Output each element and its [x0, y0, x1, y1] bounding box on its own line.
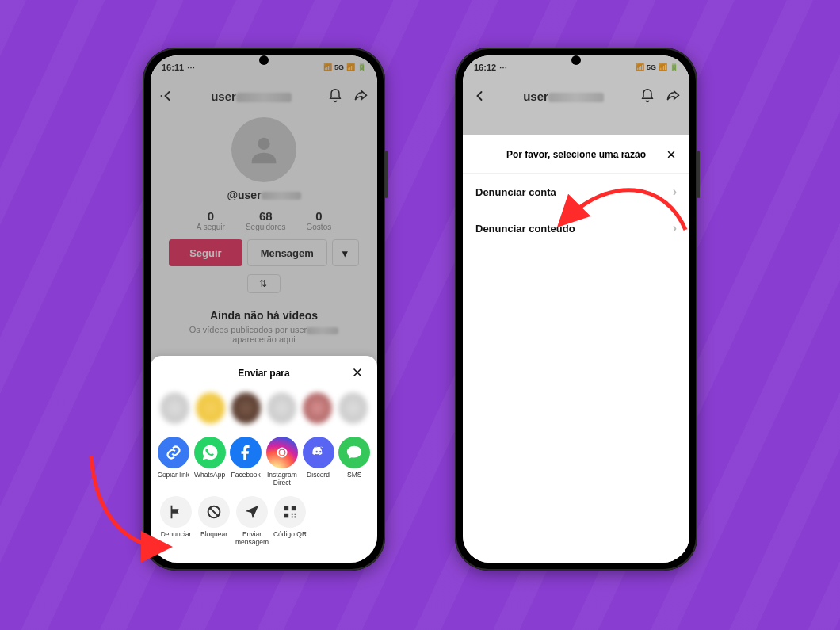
- sort-icon[interactable]: ⇅: [247, 274, 281, 293]
- stat-likes[interactable]: 0 Gostos: [307, 209, 332, 231]
- app-header: user: [151, 79, 377, 113]
- svg-rect-5: [292, 506, 296, 511]
- status-signal-icon: 📶: [323, 63, 332, 71]
- status-dots: ⋯: [187, 63, 195, 72]
- modal-item-report-account[interactable]: Denunciar conta ›: [463, 174, 689, 210]
- share-discord[interactable]: Discord: [302, 437, 335, 487]
- contact-avatar[interactable]: [338, 392, 368, 424]
- more-options-button[interactable]: ▾: [332, 239, 359, 266]
- status-battery-icon: 🔋: [357, 63, 366, 71]
- empty-title: Ainda não há vídeos: [151, 309, 377, 322]
- share-apps-row: Copiar link WhatsApp Facebook: [157, 432, 371, 492]
- svg-rect-10: [295, 517, 296, 518]
- link-icon: [158, 437, 189, 468]
- share-label: Copiar link: [157, 472, 190, 479]
- action-label: Denunciar: [158, 531, 193, 539]
- modal-item-label: Denunciar conteúdo: [475, 223, 575, 235]
- share-facebook[interactable]: Facebook: [229, 437, 262, 487]
- redacted-username: [548, 93, 604, 102]
- status-network: 5G: [334, 63, 344, 71]
- follow-button[interactable]: Seguir: [169, 239, 242, 266]
- discord-icon: [303, 437, 334, 468]
- header-username: user: [488, 90, 639, 103]
- contact-avatar[interactable]: [231, 392, 261, 424]
- action-label: Código QR: [273, 531, 307, 539]
- flag-icon: [160, 496, 192, 528]
- header-username-text: user: [523, 90, 548, 103]
- camera-dot: [571, 55, 581, 65]
- action-qr[interactable]: Código QR: [273, 496, 307, 547]
- status-wifi-icon: 📶: [346, 63, 355, 71]
- empty-sub-prefix: Os vídeos publicados por user: [189, 325, 307, 334]
- action-block[interactable]: Bloquear: [197, 496, 231, 547]
- redacted-username: [236, 93, 292, 102]
- share-label: Facebook: [229, 472, 262, 479]
- share-whatsapp[interactable]: WhatsApp: [193, 437, 227, 487]
- likes-label: Gostos: [307, 223, 332, 231]
- share-sms[interactable]: SMS: [338, 437, 371, 487]
- action-label: Bloquear: [197, 531, 231, 539]
- profile-buttons: Seguir Mensagem ▾: [151, 239, 377, 266]
- svg-rect-4: [284, 506, 289, 511]
- share-button[interactable]: [352, 88, 369, 104]
- contact-avatar[interactable]: [303, 392, 332, 424]
- status-time: 16:12: [474, 63, 496, 72]
- modal-item-report-content[interactable]: Denunciar conteúdo ›: [463, 210, 689, 246]
- empty-sub-suffix: aparecerão aqui: [232, 334, 296, 344]
- share-copy-link[interactable]: Copiar link: [157, 437, 190, 487]
- followers-count: 68: [246, 209, 286, 223]
- phone-left: 16:11 ⋯ 📶 5G 📶 🔋 user: [143, 48, 385, 571]
- share-label: SMS: [338, 472, 371, 479]
- share-label: WhatsApp: [193, 472, 227, 479]
- contacts-row: [157, 388, 371, 432]
- header-username-text: user: [211, 90, 236, 103]
- svg-point-2: [281, 451, 284, 455]
- qr-icon: [274, 496, 306, 528]
- facebook-icon: [230, 437, 262, 468]
- send-icon: [236, 496, 268, 528]
- following-label: A seguir: [197, 223, 225, 231]
- svg-rect-6: [284, 514, 289, 518]
- svg-rect-8: [295, 514, 296, 515]
- action-report[interactable]: Denunciar: [158, 496, 193, 547]
- status-wifi-icon: 📶: [659, 63, 667, 71]
- stat-followers[interactable]: 68 Seguidores: [246, 209, 286, 231]
- contact-avatar[interactable]: [267, 392, 296, 424]
- back-button[interactable]: [158, 88, 176, 104]
- status-dots: ⋯: [499, 63, 507, 72]
- status-network: 5G: [647, 63, 656, 71]
- close-button[interactable]: [662, 146, 680, 163]
- sheet-title: Enviar para: [238, 368, 289, 379]
- share-button[interactable]: [664, 88, 682, 104]
- status-signal-icon: 📶: [636, 63, 644, 71]
- action-send-message[interactable]: Enviar mensagem: [235, 496, 269, 547]
- redacted-handle: [262, 192, 301, 200]
- message-button[interactable]: Mensagem: [247, 239, 327, 266]
- followers-label: Seguidores: [246, 223, 286, 231]
- share-actions-row: Denunciar Bloquear Enviar mensagem: [157, 491, 371, 552]
- app-header: user: [463, 79, 689, 113]
- sms-icon: [338, 437, 370, 468]
- action-label: Enviar mensagem: [235, 531, 269, 547]
- profile-stats: 0 A seguir 68 Seguidores 0 Gostos: [151, 209, 377, 231]
- block-icon: [198, 496, 230, 528]
- modal-item-label: Denunciar conta: [475, 186, 556, 198]
- instagram-icon: [266, 437, 298, 468]
- svg-rect-9: [292, 517, 293, 518]
- back-button[interactable]: [471, 88, 488, 104]
- modal-title: Por favor, selecione uma razão: [463, 149, 689, 160]
- status-battery-icon: 🔋: [670, 63, 678, 71]
- notifications-button[interactable]: [639, 88, 656, 104]
- contact-avatar[interactable]: [196, 392, 225, 424]
- share-instagram[interactable]: Instagram Direct: [265, 437, 299, 487]
- notifications-button[interactable]: [326, 88, 344, 104]
- likes-count: 0: [307, 209, 332, 223]
- empty-subtitle: Os vídeos publicados por user aparecerão…: [151, 325, 377, 344]
- avatar[interactable]: [231, 117, 296, 182]
- close-button[interactable]: [349, 364, 366, 381]
- report-reason-modal: Por favor, selecione uma razão Denunciar…: [463, 135, 689, 563]
- status-time: 16:11: [162, 63, 184, 72]
- stat-following[interactable]: 0 A seguir: [197, 209, 225, 231]
- chevron-right-icon: ›: [673, 185, 677, 199]
- contact-avatar[interactable]: [160, 392, 189, 424]
